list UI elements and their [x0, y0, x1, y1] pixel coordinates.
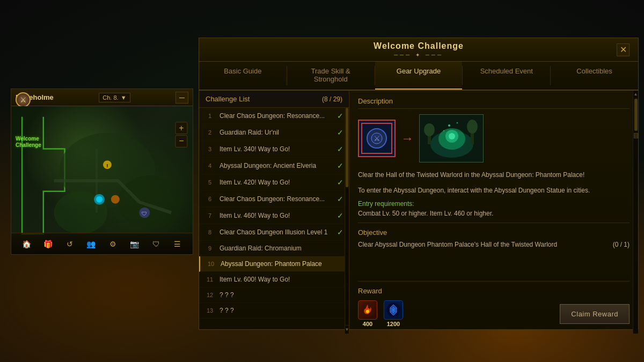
description-panel: Description ⚔ → [349, 91, 638, 334]
challenge-panel-header: Challenge List (8 / 29) [199, 91, 349, 108]
list-item[interactable]: 4 Abyssal Dungeon: Ancient Elveria ✓ [199, 158, 349, 174]
objective-item: Clear Abyssal Dungeon Phantom Palace's H… [358, 241, 630, 248]
map-panel: ⚔ Prideholme Ch. 8. ▼ ─ ! [11, 88, 193, 255]
svg-point-29 [457, 122, 458, 124]
challenge-list-title: Challenge List [206, 95, 250, 103]
list-item[interactable]: 11 Item Lv. 600! Way to Go! [199, 272, 349, 287]
tab-basic-guide[interactable]: Basic Guide [199, 62, 287, 90]
challenge-panel: Challenge List (8 / 29) 1 Clear Chaos Du… [199, 91, 349, 334]
reward-item-crystal: 1200 [384, 300, 403, 327]
map-bottom-bar: 🏠 🎁 ↺ 👥 ⚙ 📷 🛡 ☰ [11, 233, 193, 254]
content-area: Challenge List (8 / 29) 1 Clear Chaos Du… [199, 91, 638, 334]
tab-bar: Basic Guide Trade Skill & Stronghold Gea… [199, 62, 638, 91]
reward-icon-crystal [384, 300, 403, 320]
map-icon-shield[interactable]: 🛡 [150, 238, 163, 250]
desc-scrollbar[interactable]: ▲ □ [633, 91, 638, 334]
svg-point-27 [467, 120, 478, 134]
reward-count-fire: 400 [363, 321, 372, 327]
reward-section: Reward 400 [358, 281, 630, 327]
description-main-text: Clear the Hall of the Twisted Warlord in… [358, 170, 630, 180]
list-item[interactable]: 2 Guardian Raid: Ur'nil ✓ [199, 124, 349, 141]
description-images: ⚔ → [358, 114, 630, 162]
map-welcome-label: WelcomeChallenge [16, 136, 41, 149]
expand-icon[interactable]: □ [634, 133, 638, 138]
list-item-active[interactable]: 10 Abyssal Dungeon: Phantom Palace [199, 256, 349, 272]
check-icon: ✓ [337, 211, 343, 220]
svg-point-28 [448, 124, 450, 127]
map-icon-camera[interactable]: 📷 [128, 238, 141, 250]
scrollbar[interactable] [345, 108, 349, 334]
check-icon: ✓ [337, 112, 343, 120]
map-header: ⚔ Prideholme Ch. 8. ▼ ─ [11, 89, 193, 106]
map-minimize-button[interactable]: ─ [175, 92, 188, 104]
list-item[interactable]: 3 Item Lv. 340! Way to Go! ✓ [199, 141, 349, 158]
reward-row: 400 [358, 300, 630, 327]
svg-text:−: − [179, 136, 184, 145]
svg-text:⚔: ⚔ [374, 134, 380, 143]
list-item[interactable]: 9 Guardian Raid: Chromanium [199, 241, 349, 256]
svg-text:🛡: 🛡 [142, 211, 147, 217]
svg-point-23 [449, 133, 455, 139]
arrow-icon: → [401, 131, 414, 146]
description-sub-text: To enter the Abyssal Dungeon, interact w… [358, 186, 630, 196]
reward-title: Reward [358, 287, 630, 295]
reward-count-crystal: 1200 [387, 321, 400, 327]
list-item[interactable]: 1 Clear Chaos Dungeon: Resonance... ✓ [199, 108, 349, 124]
entry-req-text: Combat Lv. 50 or higher. Item Lv. 460 or… [358, 209, 630, 218]
check-icon: ✓ [337, 178, 343, 187]
scrollbar-thumb [346, 108, 348, 187]
list-item[interactable]: 8 Clear Chaos Dungeon Illusion Level 1 ✓ [199, 224, 349, 241]
scroll-down-arrow[interactable]: ▼ [345, 325, 349, 334]
svg-point-30 [443, 130, 444, 131]
title-bar-center: Welcome Challenge ─── ✦ ─── [221, 41, 617, 58]
title-decoration: ─── ✦ ─── [394, 52, 443, 58]
list-item[interactable]: 13 ? ? ? [199, 303, 349, 319]
check-icon: ✓ [337, 195, 343, 203]
map-icon-refresh[interactable]: ↺ [63, 238, 76, 250]
close-button[interactable]: ✕ [617, 43, 630, 56]
tab-scheduled-event[interactable]: Scheduled Event [463, 62, 550, 90]
avatar: ⚔ [16, 92, 31, 107]
tab-collectibles[interactable]: Collectibles [551, 62, 638, 90]
description-header: Description [358, 97, 630, 109]
map-icon-list[interactable]: ☰ [171, 238, 184, 250]
map-chapter[interactable]: Ch. 8. ▼ [99, 93, 130, 102]
tab-gear-upgrade[interactable]: Gear Upgrade [375, 62, 463, 90]
challenge-list: 1 Clear Chaos Dungeon: Resonance... ✓ 2 … [199, 108, 349, 334]
map-terrain-svg: ! 🛡 + − [11, 106, 193, 254]
list-item[interactable]: 12 ? ? ? [199, 287, 349, 303]
challenge-list-count: (8 / 29) [322, 95, 342, 103]
objective-title: Objective [358, 228, 630, 237]
title-bar: Welcome Challenge ─── ✦ ─── ✕ [199, 38, 638, 62]
desc-scrollbar-thumb [634, 99, 638, 131]
list-item[interactable]: 7 Item Lv. 460! Way to Go! ✓ [199, 208, 349, 224]
check-icon: ✓ [337, 161, 343, 170]
main-window: Welcome Challenge ─── ✦ ─── ✕ Basic Guid… [199, 38, 639, 330]
claim-reward-button[interactable]: Claim Reward [560, 304, 630, 324]
map-content: ! 🛡 + − WelcomeChallenge 🏠 🎁 ↺ 👥 ⚙ 📷 🛡 [11, 106, 193, 254]
objective-text: Clear Abyssal Dungeon Phantom Palace's H… [358, 241, 557, 248]
reward-item-fire: 400 [358, 300, 377, 327]
check-icon: ✓ [337, 228, 343, 237]
svg-point-7 [111, 195, 120, 204]
map-icon-gift[interactable]: 🎁 [41, 238, 54, 250]
entry-req-title: Entry requirements: [358, 200, 630, 208]
list-item[interactable]: 6 Clear Chaos Dungeon: Resonance... ✓ [199, 191, 349, 208]
objective-section: Objective Clear Abyssal Dungeon Phantom … [358, 223, 630, 248]
svg-point-32 [366, 310, 369, 313]
svg-point-6 [96, 196, 103, 203]
check-icon: ✓ [337, 128, 343, 137]
map-icon-group[interactable]: 👥 [85, 238, 98, 250]
desc-item-icon: ⚔ [358, 120, 396, 157]
check-icon: ✓ [337, 145, 343, 153]
desc-dungeon-preview [419, 114, 484, 162]
map-icon-home[interactable]: 🏠 [20, 238, 33, 250]
tab-trade-skill[interactable]: Trade Skill & Stronghold [287, 62, 375, 90]
svg-point-1 [118, 175, 182, 228]
map-icon-settings[interactable]: ⚙ [106, 238, 119, 250]
svg-text:!: ! [106, 162, 108, 168]
list-item[interactable]: 5 Item Lv. 420! Way to Go! ✓ [199, 174, 349, 191]
svg-text:+: + [179, 123, 184, 132]
window-title: Welcome Challenge [374, 41, 464, 51]
objective-progress: (0 / 1) [613, 241, 630, 248]
